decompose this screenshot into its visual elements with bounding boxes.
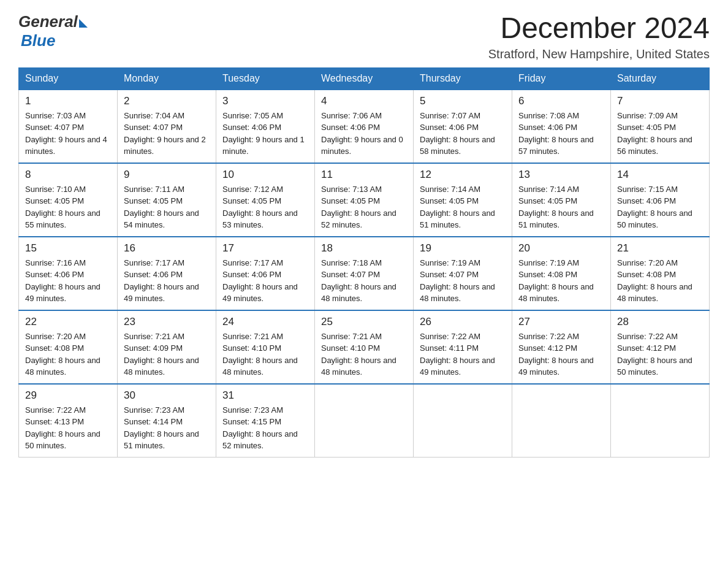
page-header: General Blue December 2024 Stratford, Ne… bbox=[18, 12, 710, 61]
calendar-cell: 9 Sunrise: 7:11 AMSunset: 4:05 PMDayligh… bbox=[118, 163, 216, 237]
calendar-cell: 5 Sunrise: 7:07 AMSunset: 4:06 PMDayligh… bbox=[414, 90, 512, 163]
calendar-cell bbox=[611, 384, 710, 458]
day-info: Sunrise: 7:23 AMSunset: 4:15 PMDaylight:… bbox=[222, 405, 298, 451]
calendar-cell: 29 Sunrise: 7:22 AMSunset: 4:13 PMDaylig… bbox=[19, 384, 118, 458]
day-info: Sunrise: 7:21 AMSunset: 4:09 PMDaylight:… bbox=[124, 332, 199, 377]
day-number: 14 bbox=[617, 169, 703, 181]
calendar-cell: 21 Sunrise: 7:20 AMSunset: 4:08 PMDaylig… bbox=[611, 237, 710, 310]
day-info: Sunrise: 7:05 AMSunset: 4:06 PMDaylight:… bbox=[222, 111, 305, 156]
day-number: 29 bbox=[25, 389, 111, 402]
calendar-cell: 7 Sunrise: 7:09 AMSunset: 4:05 PMDayligh… bbox=[611, 90, 710, 163]
calendar-cell: 25 Sunrise: 7:21 AMSunset: 4:10 PMDaylig… bbox=[315, 310, 414, 384]
calendar-cell: 4 Sunrise: 7:06 AMSunset: 4:06 PMDayligh… bbox=[315, 90, 414, 163]
calendar-cell bbox=[512, 384, 611, 458]
day-number: 9 bbox=[124, 169, 210, 181]
day-info: Sunrise: 7:15 AMSunset: 4:06 PMDaylight:… bbox=[617, 185, 692, 230]
calendar-week-row: 29 Sunrise: 7:22 AMSunset: 4:13 PMDaylig… bbox=[19, 384, 710, 458]
day-number: 17 bbox=[222, 242, 308, 255]
day-info: Sunrise: 7:08 AMSunset: 4:06 PMDaylight:… bbox=[518, 111, 594, 156]
calendar-cell: 20 Sunrise: 7:19 AMSunset: 4:08 PMDaylig… bbox=[512, 237, 611, 310]
calendar-week-row: 8 Sunrise: 7:10 AMSunset: 4:05 PMDayligh… bbox=[19, 163, 710, 237]
day-info: Sunrise: 7:17 AMSunset: 4:06 PMDaylight:… bbox=[124, 258, 199, 304]
day-info: Sunrise: 7:07 AMSunset: 4:06 PMDaylight:… bbox=[420, 111, 495, 156]
location-title: Stratford, New Hampshire, United States bbox=[488, 47, 710, 61]
day-info: Sunrise: 7:20 AMSunset: 4:08 PMDaylight:… bbox=[25, 332, 100, 377]
calendar-cell: 12 Sunrise: 7:14 AMSunset: 4:05 PMDaylig… bbox=[414, 163, 512, 237]
calendar-cell: 27 Sunrise: 7:22 AMSunset: 4:12 PMDaylig… bbox=[512, 310, 611, 384]
calendar-table: SundayMondayTuesdayWednesdayThursdayFrid… bbox=[18, 67, 710, 458]
calendar-cell: 23 Sunrise: 7:21 AMSunset: 4:09 PMDaylig… bbox=[118, 310, 216, 384]
day-number: 27 bbox=[518, 316, 604, 328]
day-info: Sunrise: 7:14 AMSunset: 4:05 PMDaylight:… bbox=[518, 185, 594, 230]
day-number: 18 bbox=[321, 242, 407, 255]
calendar-cell: 31 Sunrise: 7:23 AMSunset: 4:15 PMDaylig… bbox=[216, 384, 315, 458]
weekday-header-thursday: Thursday bbox=[414, 67, 512, 90]
month-title: December 2024 bbox=[488, 12, 710, 45]
calendar-cell: 28 Sunrise: 7:22 AMSunset: 4:12 PMDaylig… bbox=[611, 310, 710, 384]
day-info: Sunrise: 7:22 AMSunset: 4:12 PMDaylight:… bbox=[518, 332, 594, 377]
day-info: Sunrise: 7:13 AMSunset: 4:05 PMDaylight:… bbox=[321, 185, 396, 230]
calendar-cell: 30 Sunrise: 7:23 AMSunset: 4:14 PMDaylig… bbox=[118, 384, 216, 458]
calendar-cell: 26 Sunrise: 7:22 AMSunset: 4:11 PMDaylig… bbox=[414, 310, 512, 384]
day-info: Sunrise: 7:06 AMSunset: 4:06 PMDaylight:… bbox=[321, 111, 403, 156]
calendar-cell: 10 Sunrise: 7:12 AMSunset: 4:05 PMDaylig… bbox=[216, 163, 315, 237]
day-info: Sunrise: 7:20 AMSunset: 4:08 PMDaylight:… bbox=[617, 258, 692, 304]
calendar-cell: 11 Sunrise: 7:13 AMSunset: 4:05 PMDaylig… bbox=[315, 163, 414, 237]
logo-arrow-icon bbox=[79, 19, 88, 28]
calendar-cell: 1 Sunrise: 7:03 AMSunset: 4:07 PMDayligh… bbox=[19, 90, 118, 163]
day-number: 12 bbox=[420, 169, 506, 181]
day-number: 15 bbox=[25, 242, 111, 255]
day-number: 11 bbox=[321, 169, 407, 181]
calendar-week-row: 15 Sunrise: 7:16 AMSunset: 4:06 PMDaylig… bbox=[19, 237, 710, 310]
logo: General Blue bbox=[18, 12, 88, 50]
weekday-header-friday: Friday bbox=[512, 67, 611, 90]
calendar-cell: 24 Sunrise: 7:21 AMSunset: 4:10 PMDaylig… bbox=[216, 310, 315, 384]
day-number: 10 bbox=[222, 169, 308, 181]
weekday-header-tuesday: Tuesday bbox=[216, 67, 315, 90]
calendar-cell: 19 Sunrise: 7:19 AMSunset: 4:07 PMDaylig… bbox=[414, 237, 512, 310]
calendar-cell: 18 Sunrise: 7:18 AMSunset: 4:07 PMDaylig… bbox=[315, 237, 414, 310]
calendar-cell bbox=[414, 384, 512, 458]
day-info: Sunrise: 7:21 AMSunset: 4:10 PMDaylight:… bbox=[321, 332, 396, 377]
logo-blue-text: Blue bbox=[21, 31, 55, 50]
calendar-week-row: 1 Sunrise: 7:03 AMSunset: 4:07 PMDayligh… bbox=[19, 90, 710, 163]
day-number: 22 bbox=[25, 316, 111, 328]
day-number: 31 bbox=[222, 389, 308, 402]
day-number: 5 bbox=[420, 95, 506, 107]
day-number: 26 bbox=[420, 316, 506, 328]
day-number: 4 bbox=[321, 95, 407, 107]
day-info: Sunrise: 7:22 AMSunset: 4:12 PMDaylight:… bbox=[617, 332, 692, 377]
day-number: 2 bbox=[124, 95, 210, 107]
day-number: 16 bbox=[124, 242, 210, 255]
calendar-cell: 13 Sunrise: 7:14 AMSunset: 4:05 PMDaylig… bbox=[512, 163, 611, 237]
day-number: 3 bbox=[222, 95, 308, 107]
calendar-cell bbox=[315, 384, 414, 458]
day-info: Sunrise: 7:11 AMSunset: 4:05 PMDaylight:… bbox=[124, 185, 199, 230]
day-info: Sunrise: 7:14 AMSunset: 4:05 PMDaylight:… bbox=[420, 185, 495, 230]
day-info: Sunrise: 7:19 AMSunset: 4:08 PMDaylight:… bbox=[518, 258, 594, 304]
day-number: 19 bbox=[420, 242, 506, 255]
calendar-cell: 6 Sunrise: 7:08 AMSunset: 4:06 PMDayligh… bbox=[512, 90, 611, 163]
weekday-header-sunday: Sunday bbox=[19, 67, 118, 90]
title-block: December 2024 Stratford, New Hampshire, … bbox=[488, 12, 710, 61]
day-number: 8 bbox=[25, 169, 111, 181]
day-info: Sunrise: 7:18 AMSunset: 4:07 PMDaylight:… bbox=[321, 258, 396, 304]
weekday-header-saturday: Saturday bbox=[611, 67, 710, 90]
calendar-cell: 17 Sunrise: 7:17 AMSunset: 4:06 PMDaylig… bbox=[216, 237, 315, 310]
day-info: Sunrise: 7:16 AMSunset: 4:06 PMDaylight:… bbox=[25, 258, 100, 304]
day-info: Sunrise: 7:03 AMSunset: 4:07 PMDaylight:… bbox=[25, 111, 107, 156]
logo-general-text: General bbox=[18, 12, 78, 31]
day-number: 28 bbox=[617, 316, 703, 328]
day-info: Sunrise: 7:23 AMSunset: 4:14 PMDaylight:… bbox=[124, 405, 199, 451]
day-number: 20 bbox=[518, 242, 604, 255]
calendar-cell: 3 Sunrise: 7:05 AMSunset: 4:06 PMDayligh… bbox=[216, 90, 315, 163]
calendar-cell: 14 Sunrise: 7:15 AMSunset: 4:06 PMDaylig… bbox=[611, 163, 710, 237]
day-info: Sunrise: 7:22 AMSunset: 4:11 PMDaylight:… bbox=[420, 332, 495, 377]
day-info: Sunrise: 7:17 AMSunset: 4:06 PMDaylight:… bbox=[222, 258, 298, 304]
day-number: 23 bbox=[124, 316, 210, 328]
calendar-week-row: 22 Sunrise: 7:20 AMSunset: 4:08 PMDaylig… bbox=[19, 310, 710, 384]
calendar-cell: 15 Sunrise: 7:16 AMSunset: 4:06 PMDaylig… bbox=[19, 237, 118, 310]
weekday-header-row: SundayMondayTuesdayWednesdayThursdayFrid… bbox=[19, 67, 710, 90]
day-number: 30 bbox=[124, 389, 210, 402]
day-info: Sunrise: 7:12 AMSunset: 4:05 PMDaylight:… bbox=[222, 185, 298, 230]
